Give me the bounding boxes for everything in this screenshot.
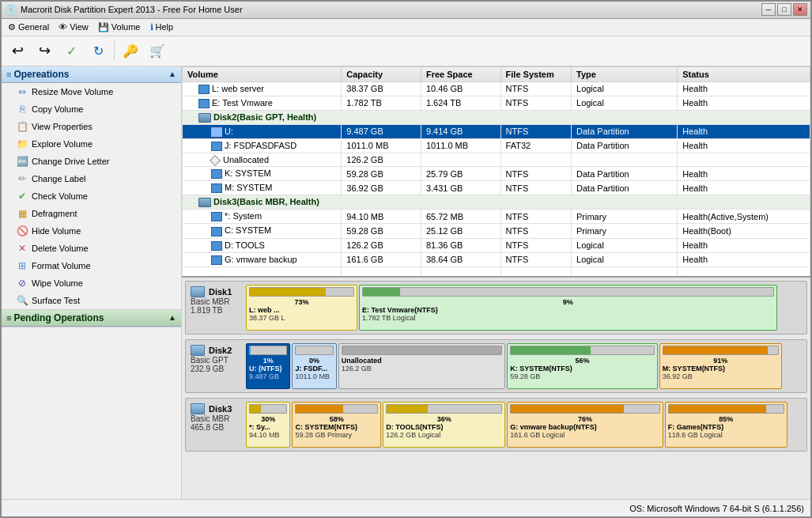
sidebar-item-view[interactable]: 📋 View Properties	[2, 118, 181, 135]
sidebar-item-copy[interactable]: ⎘ Copy Volume	[2, 100, 181, 118]
disk3-part-c[interactable]: 58% C: SYSTEM(NTFS) 59.28 GB Primary	[292, 402, 381, 448]
disk3-part-g[interactable]: 76% G: vmware backup(NTFS) 161.6 GB Logi…	[507, 402, 663, 448]
disk3-row: Disk3 Basic MBR 465.8 GB 30% *: Sy... 9	[185, 398, 807, 452]
menubar: ⚙ General 👁 View 💾 Volume ℹ Help	[2, 19, 810, 36]
cell-type: Data Partition	[572, 124, 678, 138]
disk2-icon	[191, 345, 205, 356]
sidebar-item-surface[interactable]: 🔍 Surface Test	[2, 292, 181, 309]
cell-free: 25.79 GB	[421, 167, 500, 181]
table-row[interactable]: M: SYSTEM 36.92 GB 3.431 GB NTFS Data Pa…	[183, 181, 810, 195]
col-header-free[interactable]: Free Space	[421, 66, 500, 81]
cell-status: Health	[678, 124, 810, 138]
cell-type: Logical	[572, 96, 678, 110]
operations-header[interactable]: ≡ Opereations ▲	[2, 66, 181, 83]
menu-view[interactable]: 👁 View	[54, 21, 93, 33]
disk2-part-m-sub: 36.92 GB	[663, 372, 779, 380]
copy-icon: ⎘	[16, 103, 28, 115]
disk1-partitions: 73% L: web ... 38.37 GB L 9% E: Test Vmw…	[246, 285, 803, 331]
minimize-button[interactable]: ─	[761, 3, 776, 16]
back-button[interactable]: ↩	[5, 39, 30, 62]
disk3-part-sys[interactable]: 30% *: Sy... 94.10 MB	[246, 402, 290, 448]
apply-button[interactable]: ✓	[59, 39, 84, 62]
disk3-part-f[interactable]: 85% F: Games(NTFS) 118.6 GB Logical	[665, 402, 787, 448]
refresh-button[interactable]: ↻	[85, 39, 111, 62]
operations-header-icon: ≡	[6, 70, 11, 79]
label-icon: ✏	[16, 172, 28, 185]
pending-header[interactable]: ≡ Pending Operations ▲	[2, 310, 181, 327]
table-row[interactable]: ... ...	[183, 267, 810, 278]
cell-volume: *: System	[183, 210, 342, 224]
table-row[interactable]: C: SYSTEM 59.28 GB 25.12 GB NTFS Primary…	[183, 224, 810, 238]
volume-table-container[interactable]: Volume Capacity Free Space File System T…	[182, 66, 810, 278]
cell-fs: NTFS	[500, 210, 571, 224]
forward-button[interactable]: ↪	[32, 39, 57, 62]
close-button[interactable]: ✕	[793, 3, 807, 16]
format-icon: ⊞	[16, 259, 28, 272]
toolbar: ↩ ↪ ✓ ↻ 🔑 🛒	[2, 36, 810, 66]
disk2-part-unalloc[interactable]: Unallocated 126.2 GB	[338, 343, 506, 389]
main-layout: ≡ Opereations ▲ ⇔ Resize Move Volume ⎘ C…	[2, 66, 810, 500]
sidebar: ≡ Opereations ▲ ⇔ Resize Move Volume ⎘ C…	[2, 66, 182, 500]
table-row[interactable]: J: FSDFASDFASD 1011.0 MB 1011.0 MB FAT32…	[183, 138, 810, 153]
cell-fs: FAT32	[500, 138, 571, 153]
table-row[interactable]: D: TOOLS 126.2 GB 81.36 GB NTFS Logical …	[183, 238, 810, 252]
key-button[interactable]: 🔑	[118, 39, 143, 62]
sidebar-item-change-letter[interactable]: 🔤 Change Drive Letter	[2, 153, 181, 170]
table-row[interactable]: G: vmware backup 161.6 GB 38.64 GB NTFS …	[183, 252, 810, 267]
sidebar-item-format[interactable]: ⊞ Format Volume	[2, 257, 181, 274]
disk2-part-j-label: J: FSDF...	[295, 365, 333, 372]
sidebar-item-wipe[interactable]: ⊘ Wipe Volume	[2, 274, 181, 292]
disk2-label: Disk2(Basic GPT, Health)	[183, 110, 810, 124]
maximize-button[interactable]: □	[777, 3, 791, 16]
disk1-part-l[interactable]: 73% L: web ... 38.37 GB L	[246, 285, 357, 331]
sidebar-item-resize[interactable]: ⇔ Resize Move Volume	[2, 83, 181, 100]
cell-fs: NTFS	[500, 238, 571, 252]
sidebar-item-delete[interactable]: ✕ Delete Volume	[2, 240, 181, 257]
disk2-part-u[interactable]: 1% U: (NTFS) 9.487 GB	[246, 343, 290, 389]
sidebar-item-hide[interactable]: 🚫 Hide Volume	[2, 222, 181, 240]
col-header-volume[interactable]: Volume	[183, 66, 342, 81]
cell-free: 1011.0 MB	[421, 138, 500, 153]
operations-collapse[interactable]: ▲	[168, 70, 176, 78]
menu-volume[interactable]: 💾 Volume	[93, 21, 145, 34]
disk1-part-e[interactable]: 9% E: Test Vmware(NTFS) 1.782 TB Logical	[359, 285, 777, 331]
table-row[interactable]: E: Test Vmware 1.782 TB 1.624 TB NTFS Lo…	[183, 96, 810, 110]
table-row[interactable]: L: web server 38.37 GB 10.46 GB NTFS Log…	[183, 81, 810, 96]
pending-collapse[interactable]: ▲	[168, 313, 176, 322]
sidebar-item-defrag[interactable]: ▦ Defragment	[2, 205, 181, 222]
disk2-label-box: Disk2 Basic GPT 232.9 GB	[189, 343, 246, 389]
col-header-fs[interactable]: File System	[500, 66, 571, 81]
table-row-selected[interactable]: U: 9.487 GB 9.414 GB NTFS Data Partition…	[183, 124, 810, 138]
disk2-part-u-label: U: (NTFS)	[249, 365, 287, 372]
cell-status: Health	[678, 81, 810, 96]
col-header-status[interactable]: Status	[678, 66, 810, 81]
table-row[interactable]: Unallocated 126.2 GB	[183, 153, 810, 166]
cell-volume: J: FSDFASDFASD	[183, 138, 342, 153]
operations-label: Opereations	[13, 69, 168, 80]
cart-button[interactable]: 🛒	[145, 39, 170, 62]
window-controls[interactable]: ─ □ ✕	[761, 3, 807, 16]
disk2-part-m-pct: 91%	[663, 357, 779, 365]
disk2-part-j[interactable]: 0% J: FSDF... 1011.0 MB	[292, 343, 336, 389]
cell-capacity: 38.37 GB	[342, 81, 421, 96]
disk2-part-m[interactable]: 91% M: SYSTEM(NTFS) 36.92 GB	[659, 343, 782, 389]
disk3-part-d[interactable]: 36% D: TOOLS(NTFS) 126.2 GB Logical	[383, 402, 505, 448]
col-header-capacity[interactable]: Capacity	[342, 66, 421, 81]
cell-status: Health	[678, 252, 810, 267]
disk2-part-u-pct: 1%	[249, 357, 287, 365]
defrag-icon: ▦	[16, 207, 28, 220]
col-header-type[interactable]: Type	[572, 66, 678, 81]
disk2-part-m-label: M: SYSTEM(NTFS)	[663, 365, 779, 372]
delete-icon: ✕	[16, 242, 28, 255]
table-row[interactable]: K: SYSTEM 59.28 GB 25.79 GB NTFS Data Pa…	[183, 167, 810, 181]
sidebar-item-check[interactable]: ✔ Check Volume	[2, 187, 181, 205]
menu-help[interactable]: ℹ Help	[145, 21, 179, 34]
table-row[interactable]: *: System 94.10 MB 65.72 MB NTFS Primary…	[183, 210, 810, 224]
sidebar-item-explore[interactable]: 📁 Explore Volume	[2, 135, 181, 153]
menu-general[interactable]: ⚙ General	[3, 21, 54, 34]
sidebar-item-change-label[interactable]: ✏ Change Label	[2, 170, 181, 187]
cell-capacity: 126.2 GB	[342, 238, 421, 252]
disk2-part-k[interactable]: 56% K: SYSTEM(NTFS) 59.28 GB	[507, 343, 657, 389]
cell-free: 3.431 GB	[421, 181, 500, 195]
table-header-row: Volume Capacity Free Space File System T…	[183, 66, 810, 81]
